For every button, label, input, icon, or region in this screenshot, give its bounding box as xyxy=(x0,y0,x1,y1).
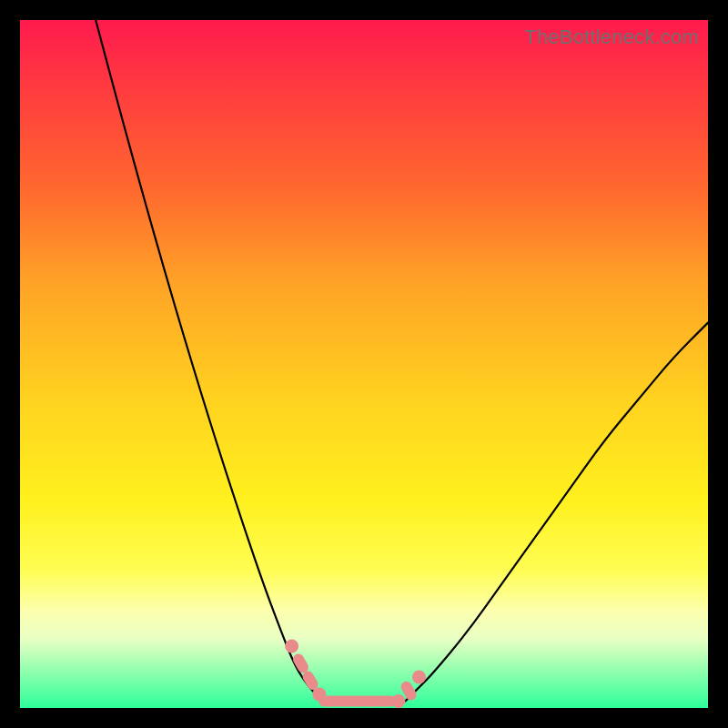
curve-right-branch xyxy=(405,323,708,702)
curve-left-branch xyxy=(96,20,322,701)
chart-plot-area: TheBottleneck.com xyxy=(20,20,708,708)
marker-dot xyxy=(412,670,426,683)
pink-marker-group xyxy=(285,639,426,707)
marker-dot xyxy=(285,639,298,652)
chart-stage: TheBottleneck.com xyxy=(0,0,728,728)
chart-svg xyxy=(20,20,708,708)
black-curves xyxy=(96,20,708,704)
marker-dot xyxy=(391,694,405,708)
